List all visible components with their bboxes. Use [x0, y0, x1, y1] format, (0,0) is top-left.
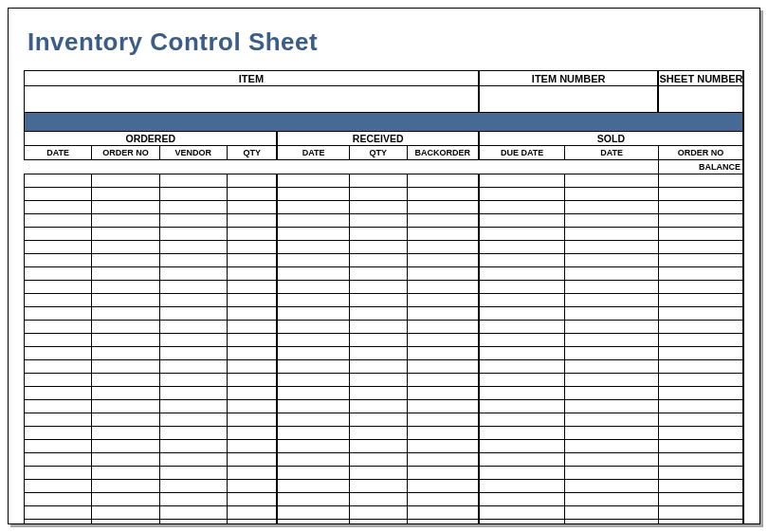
cell[interactable]	[565, 281, 659, 294]
cell[interactable]	[565, 214, 659, 228]
cell[interactable]	[92, 321, 159, 334]
cell[interactable]	[349, 520, 407, 525]
cell[interactable]	[92, 241, 159, 254]
cell[interactable]	[565, 347, 659, 360]
cell[interactable]	[92, 480, 159, 493]
cell[interactable]	[658, 254, 743, 267]
cell[interactable]	[658, 228, 743, 241]
cell[interactable]	[92, 254, 159, 267]
cell[interactable]	[658, 307, 743, 321]
cell[interactable]	[277, 467, 349, 480]
cell[interactable]	[565, 241, 659, 254]
cell[interactable]	[349, 427, 407, 440]
cell[interactable]	[479, 201, 565, 214]
cell[interactable]	[479, 493, 565, 506]
cell[interactable]	[479, 506, 565, 520]
cell[interactable]	[92, 520, 159, 525]
cell[interactable]	[159, 307, 227, 321]
cell[interactable]	[227, 387, 277, 400]
cell[interactable]	[277, 294, 349, 307]
cell[interactable]	[25, 281, 92, 294]
cell[interactable]	[658, 321, 743, 334]
cell[interactable]	[658, 440, 743, 453]
sheet-number-input-cell[interactable]	[658, 86, 743, 113]
cell[interactable]	[25, 360, 92, 374]
cell[interactable]	[25, 174, 92, 188]
cell[interactable]	[565, 520, 659, 525]
cell[interactable]	[92, 413, 159, 427]
cell[interactable]	[658, 347, 743, 360]
cell[interactable]	[658, 400, 743, 413]
cell[interactable]	[407, 214, 479, 228]
cell[interactable]	[227, 413, 277, 427]
cell[interactable]	[159, 374, 227, 387]
cell[interactable]	[92, 506, 159, 520]
cell[interactable]	[349, 307, 407, 321]
cell[interactable]	[349, 214, 407, 228]
cell[interactable]	[25, 440, 92, 453]
cell[interactable]	[159, 214, 227, 228]
cell[interactable]	[407, 347, 479, 360]
cell[interactable]	[565, 334, 659, 347]
cell[interactable]	[159, 228, 227, 241]
cell[interactable]	[25, 413, 92, 427]
cell[interactable]	[277, 334, 349, 347]
item-input-cell[interactable]	[25, 86, 479, 113]
cell[interactable]	[92, 294, 159, 307]
cell[interactable]	[349, 241, 407, 254]
cell[interactable]	[227, 374, 277, 387]
cell[interactable]	[479, 188, 565, 201]
cell[interactable]	[658, 467, 743, 480]
cell[interactable]	[159, 281, 227, 294]
cell[interactable]	[92, 214, 159, 228]
cell[interactable]	[92, 334, 159, 347]
cell[interactable]	[407, 360, 479, 374]
cell[interactable]	[407, 334, 479, 347]
cell[interactable]	[349, 254, 407, 267]
cell[interactable]	[479, 347, 565, 360]
cell[interactable]	[277, 347, 349, 360]
cell[interactable]	[565, 307, 659, 321]
cell[interactable]	[349, 267, 407, 281]
cell[interactable]	[92, 281, 159, 294]
cell[interactable]	[25, 427, 92, 440]
cell[interactable]	[92, 440, 159, 453]
cell[interactable]	[658, 520, 743, 525]
cell[interactable]	[407, 281, 479, 294]
cell[interactable]	[479, 241, 565, 254]
cell[interactable]	[227, 201, 277, 214]
cell[interactable]	[479, 400, 565, 413]
cell[interactable]	[277, 453, 349, 467]
cell[interactable]	[159, 400, 227, 413]
cell[interactable]	[349, 453, 407, 467]
cell[interactable]	[277, 174, 349, 188]
cell[interactable]	[349, 228, 407, 241]
cell[interactable]	[407, 413, 479, 427]
cell[interactable]	[407, 188, 479, 201]
cell[interactable]	[565, 267, 659, 281]
cell[interactable]	[349, 493, 407, 506]
cell[interactable]	[407, 321, 479, 334]
item-number-input-cell[interactable]	[479, 86, 659, 113]
cell[interactable]	[407, 307, 479, 321]
cell[interactable]	[349, 321, 407, 334]
cell[interactable]	[479, 520, 565, 525]
cell[interactable]	[159, 520, 227, 525]
cell[interactable]	[25, 400, 92, 413]
cell[interactable]	[565, 506, 659, 520]
cell[interactable]	[407, 374, 479, 387]
cell[interactable]	[92, 467, 159, 480]
cell[interactable]	[658, 214, 743, 228]
cell[interactable]	[159, 493, 227, 506]
cell[interactable]	[227, 360, 277, 374]
cell[interactable]	[349, 374, 407, 387]
cell[interactable]	[277, 506, 349, 520]
cell[interactable]	[479, 214, 565, 228]
cell[interactable]	[479, 374, 565, 387]
cell[interactable]	[277, 374, 349, 387]
cell[interactable]	[277, 228, 349, 241]
cell[interactable]	[159, 267, 227, 281]
cell[interactable]	[25, 214, 92, 228]
cell[interactable]	[277, 440, 349, 453]
cell[interactable]	[658, 374, 743, 387]
